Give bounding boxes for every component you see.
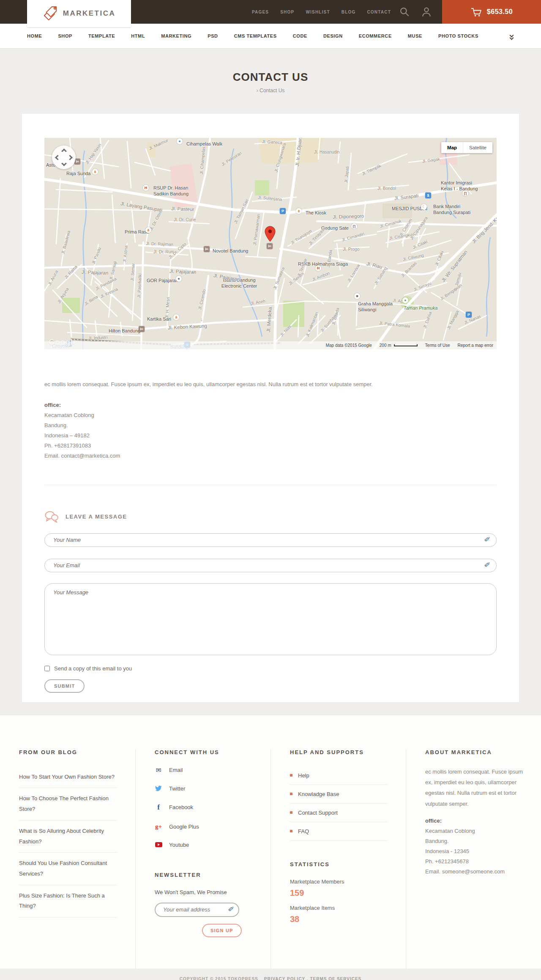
park-icon: ● bbox=[402, 297, 408, 303]
blog-link[interactable]: Plus Size Fashion: Is There Such a Thing… bbox=[19, 885, 117, 917]
blog-heading: FROM OUR BLOG bbox=[19, 749, 117, 755]
cart-button[interactable]: $653.50 bbox=[442, 0, 541, 24]
privacy-policy-link[interactable]: PRIVACY POLICY bbox=[264, 977, 305, 980]
user-icon[interactable] bbox=[421, 6, 432, 17]
menu-shop[interactable]: SHOP bbox=[50, 33, 80, 38]
terms-of-use-link[interactable]: Terms of Use bbox=[425, 343, 450, 348]
menu-template[interactable]: TEMPLATE bbox=[80, 33, 123, 38]
office-line: Indonesia – 49182 bbox=[44, 431, 497, 441]
satellite-button[interactable]: Satellite bbox=[463, 142, 492, 153]
footer-connect-column: CONNECT WITH US ✉ Email Twitter f Facebo… bbox=[135, 749, 270, 969]
menu-home[interactable]: HOME bbox=[19, 33, 50, 38]
breadcrumb: › Contact Us bbox=[0, 88, 541, 93]
pan-right-icon[interactable] bbox=[67, 155, 73, 160]
blog-link[interactable]: How To Choose The Perfect Fashion Store? bbox=[19, 788, 117, 820]
help-link[interactable]: FAQ bbox=[290, 822, 388, 841]
parking-icon: P bbox=[280, 208, 286, 214]
social-label: Google Plus bbox=[169, 824, 199, 830]
name-input[interactable] bbox=[44, 533, 497, 547]
chevron-double-down-icon[interactable] bbox=[510, 34, 515, 40]
signup-button[interactable]: SIGN UP bbox=[202, 924, 242, 937]
office-line: Bandung. bbox=[44, 420, 497, 431]
copyright-dot: . bbox=[307, 977, 309, 980]
social-googleplus[interactable]: g+ Google Plus bbox=[155, 823, 253, 830]
blog-link[interactable]: What is So Alluring About Celebrity Fash… bbox=[19, 821, 117, 853]
office-label: office: bbox=[44, 400, 497, 410]
copyright-bar: COPYRIGHT © 2015 TOKOPRESS PRIVACY POLIC… bbox=[0, 969, 541, 980]
building-icon: ■ bbox=[354, 293, 360, 299]
map-pan-control[interactable] bbox=[52, 145, 76, 169]
brand-logo[interactable]: MARKETICA bbox=[27, 0, 131, 27]
office-line: Bandung. bbox=[425, 836, 523, 846]
breadcrumb-separator: › bbox=[257, 88, 258, 93]
about-heading: ABOUT MARKETICA bbox=[425, 749, 523, 755]
send-copy-checkbox[interactable] bbox=[44, 666, 50, 671]
menu-html[interactable]: HTML bbox=[123, 33, 153, 38]
social-twitter[interactable]: Twitter bbox=[155, 785, 253, 792]
menu-code[interactable]: CODE bbox=[285, 33, 315, 38]
newsletter-email-input[interactable] bbox=[155, 903, 239, 917]
submit-button[interactable]: SUBMIT bbox=[44, 679, 85, 693]
social-facebook[interactable]: f Facebook bbox=[155, 803, 253, 812]
social-email[interactable]: ✉ Email bbox=[155, 766, 253, 774]
map-marker-icon[interactable] bbox=[265, 226, 276, 242]
page-hero: CONTACT US › Contact Us bbox=[0, 49, 541, 93]
email-input[interactable] bbox=[44, 559, 497, 572]
nav-blog[interactable]: BLOG bbox=[342, 10, 356, 14]
googleplus-icon: g+ bbox=[155, 823, 162, 830]
pan-left-icon[interactable] bbox=[55, 155, 60, 160]
map-button[interactable]: Map bbox=[441, 142, 463, 153]
menu-muse[interactable]: MUSE bbox=[400, 33, 430, 38]
send-copy-row: Send a copy of this email to you bbox=[44, 665, 497, 672]
bullet-icon bbox=[290, 774, 292, 777]
menu-design[interactable]: DESIGN bbox=[315, 33, 351, 38]
terms-of-services-link[interactable]: TERMS OF SERVICES bbox=[310, 977, 361, 980]
arrow-down-icon: ↓ bbox=[199, 316, 205, 322]
newsletter-tagline: We Won't Spam, We Promise bbox=[155, 889, 253, 895]
footer: FROM OUR BLOG How To Start Your Own Fash… bbox=[0, 715, 541, 969]
map-pois: ●⋔⊨H⋔●⋔⊨⊨⊨P⋔∏☾$∏H■●P≡≡→↓ bbox=[44, 138, 497, 349]
nav-wishlist[interactable]: WISHLIST bbox=[306, 10, 330, 14]
blog-link[interactable]: Should You Use Fashion Consultant Servic… bbox=[19, 853, 117, 885]
statistics-heading: STATISTICS bbox=[290, 861, 388, 867]
footer-blog-column: FROM OUR BLOG How To Start Your Own Fash… bbox=[0, 749, 135, 969]
nav-shop[interactable]: SHOP bbox=[280, 10, 294, 14]
restaurant-icon: ⋔ bbox=[173, 314, 179, 320]
map-data-credit: Map data ©2015 Google bbox=[326, 343, 372, 348]
social-label: Youtube bbox=[169, 842, 189, 848]
blog-link[interactable]: How To Start Your Own Fashion Store? bbox=[19, 766, 117, 788]
page-title: CONTACT US bbox=[0, 71, 541, 84]
message-textarea[interactable] bbox=[44, 583, 497, 655]
map-scalebar bbox=[394, 344, 418, 346]
contact-intro: ec mollis lorem consequat. Fusce ipsum e… bbox=[44, 380, 497, 389]
nav-contact[interactable]: CONTACT bbox=[367, 10, 391, 14]
facebook-icon: f bbox=[155, 803, 162, 812]
help-link[interactable]: Help bbox=[290, 766, 388, 785]
google-map[interactable]: Cihampelas WalkAstoRaja SundaRSUP Dr. Ha… bbox=[44, 138, 497, 349]
help-label: Knowladge Base bbox=[298, 791, 339, 797]
search-icon[interactable] bbox=[399, 6, 410, 17]
pan-up-icon[interactable] bbox=[61, 148, 67, 154]
menu-marketing[interactable]: MARKETING bbox=[153, 33, 199, 38]
help-link[interactable]: Knowladge Base bbox=[290, 785, 388, 804]
menu-psd[interactable]: PSD bbox=[199, 33, 226, 38]
menu-ecommerce[interactable]: ECOMMERCE bbox=[351, 33, 400, 38]
report-map-error-link[interactable]: Report a map error bbox=[458, 343, 493, 348]
stat-label: Marketplace Members bbox=[290, 878, 388, 885]
header-nav: PAGES SHOP WISHLIST BLOG CONTACT bbox=[252, 0, 391, 24]
help-link[interactable]: Contact Support bbox=[290, 804, 388, 822]
bank-icon: $ bbox=[425, 192, 431, 198]
sport-icon: ● bbox=[176, 276, 182, 282]
menu-photo-stocks[interactable]: PHOTO STOCKS bbox=[430, 33, 486, 38]
nav-pages[interactable]: PAGES bbox=[252, 10, 269, 14]
header: MARKETICA PAGES SHOP WISHLIST BLOG CONTA… bbox=[0, 0, 541, 24]
social-youtube[interactable]: Youtube bbox=[155, 842, 253, 848]
contact-card: Cihampelas WalkAstoRaja SundaRSUP Dr. Ha… bbox=[22, 114, 519, 702]
pan-down-icon[interactable] bbox=[61, 161, 67, 166]
tag-icon bbox=[43, 5, 58, 22]
stat-label: Marketplace Items bbox=[290, 905, 388, 911]
twitter-icon bbox=[155, 785, 162, 791]
help-heading: HELP AND SUPPORTS bbox=[290, 749, 388, 755]
menu-cms-templates[interactable]: CMS TEMPLATES bbox=[226, 33, 285, 38]
bullet-icon bbox=[290, 793, 292, 795]
